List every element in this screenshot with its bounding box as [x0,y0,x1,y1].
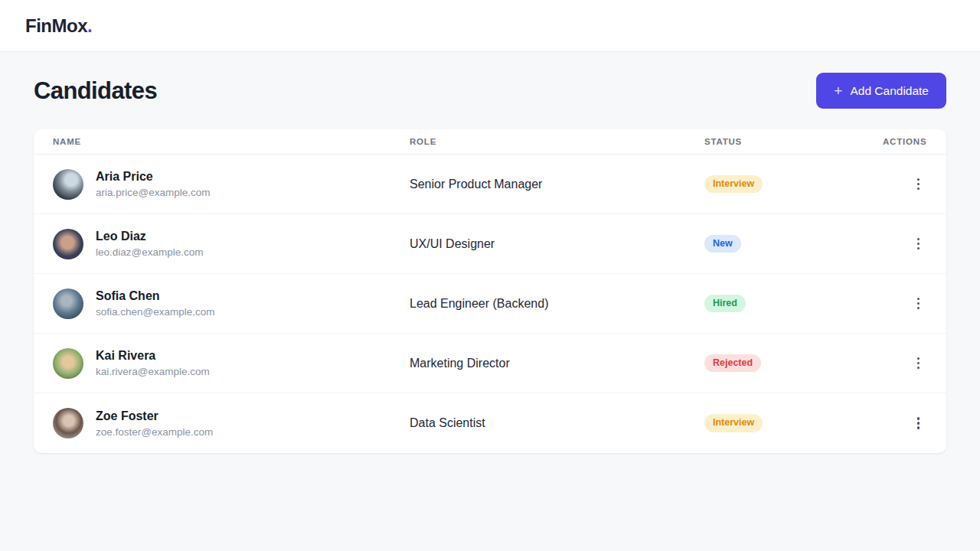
kebab-menu-icon [917,178,920,191]
add-candidate-button[interactable]: + Add Candidate [816,73,946,109]
candidate-name: Kai Rivera [96,349,210,363]
name-email-block: Zoe Foster zoe.foster@example.com [96,409,213,438]
candidate-email: leo.diaz@example.com [96,246,204,258]
candidate-email: aria.price@example.com [96,187,211,198]
status-badge: Rejected [704,354,761,373]
app-logo-text: FinMox [25,15,87,36]
name-email-block: Leo Diaz leo.diaz@example.com [96,230,204,258]
table-row: Aria Price aria.price@example.com Senior… [34,155,946,214]
candidate-role: Lead Engineer (Backend) [410,297,704,311]
candidate-name: Aria Price [96,170,211,184]
row-actions-menu-button[interactable] [911,174,926,195]
actions-cell [883,174,927,195]
name-cell: Leo Diaz leo.diaz@example.com [53,229,410,259]
name-email-block: Kai Rivera kai.rivera@example.com [96,349,210,377]
candidate-email: sofia.chen@example.com [96,306,215,318]
candidates-table-body: Aria Price aria.price@example.com Senior… [34,155,946,453]
candidate-role: Senior Product Manager [410,178,704,191]
status-badge: Interview [704,175,763,194]
status-cell: Hired [704,295,883,313]
candidate-role: Marketing Director [410,357,704,370]
table-row: Sofia Chen sofia.chen@example.com Lead E… [34,274,946,334]
app-logo: FinMox. [25,15,92,37]
column-header-name: Name [53,137,410,146]
candidate-name: Leo Diaz [96,230,204,243]
status-badge: New [704,235,741,253]
table-header-row: Name Role Status Actions [34,129,946,155]
kebab-menu-icon [917,238,920,250]
candidate-name: Zoe Foster [96,409,213,423]
actions-cell [883,412,927,434]
column-header-actions: Actions [883,137,933,146]
row-actions-menu-button[interactable] [911,293,926,315]
page-title: Candidates [34,77,157,105]
table-row: Kai Rivera kai.rivera@example.com Market… [34,334,946,393]
status-badge: Hired [704,295,746,313]
candidate-name: Sofia Chen [96,289,215,303]
add-candidate-button-label: Add Candidate [850,84,929,98]
kebab-menu-icon [917,357,920,370]
avatar [53,229,83,259]
name-email-block: Aria Price aria.price@example.com [96,170,211,198]
kebab-menu-icon [917,298,920,310]
column-header-status: Status [704,137,883,146]
avatar [53,408,83,439]
app-logo-dot: . [87,15,92,36]
status-cell: Interview [704,414,883,432]
actions-cell [883,293,927,315]
actions-cell [883,353,927,374]
top-navigation-bar: FinMox. [0,0,980,52]
avatar [53,348,83,379]
table-row: Leo Diaz leo.diaz@example.com UX/UI Desi… [34,214,946,274]
name-cell: Aria Price aria.price@example.com [53,169,410,200]
column-header-role: Role [410,137,704,146]
actions-cell [883,233,927,255]
avatar [53,169,83,200]
candidate-email: zoe.foster@example.com [96,426,213,438]
row-actions-menu-button[interactable] [911,412,926,434]
name-email-block: Sofia Chen sofia.chen@example.com [96,289,215,318]
status-badge: Interview [704,414,763,432]
status-cell: Interview [704,175,883,194]
row-actions-menu-button[interactable] [911,353,926,374]
main-content: Candidates + Add Candidate Name Role Sta… [0,73,980,453]
kebab-menu-icon [917,417,920,429]
status-cell: New [704,235,883,253]
candidate-role: Data Scientist [410,416,704,430]
row-actions-menu-button[interactable] [911,233,926,255]
candidate-role: UX/UI Designer [410,237,704,251]
name-cell: Sofia Chen sofia.chen@example.com [53,289,410,319]
page-header: Candidates + Add Candidate [34,73,946,109]
candidates-table: Name Role Status Actions Aria Price aria… [34,129,946,453]
plus-icon: + [834,83,842,98]
avatar [53,289,83,319]
table-row: Zoe Foster zoe.foster@example.com Data S… [34,393,946,453]
name-cell: Zoe Foster zoe.foster@example.com [53,408,410,439]
status-cell: Rejected [704,354,883,373]
name-cell: Kai Rivera kai.rivera@example.com [53,348,410,379]
candidate-email: kai.rivera@example.com [96,366,210,377]
